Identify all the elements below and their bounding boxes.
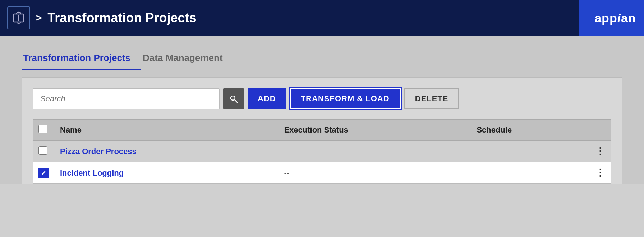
row2-name[interactable]: Incident Logging: [54, 162, 278, 184]
header-left: > Transformation Projects: [7, 6, 597, 29]
row2-actions-button[interactable]: ⋮: [595, 167, 606, 178]
search-button[interactable]: [223, 88, 244, 109]
page-title: Transformation Projects: [47, 10, 196, 25]
breadcrumb-chevron: >: [36, 12, 42, 24]
row1-schedule: [471, 141, 590, 162]
appian-logo-box: appian: [579, 0, 644, 36]
toolbar: ADD TRANSFORM & LOAD DELETE: [33, 88, 611, 109]
add-button[interactable]: ADD: [248, 88, 286, 109]
row1-actions-cell: ⋮: [590, 141, 611, 162]
search-input[interactable]: [33, 88, 220, 109]
row1-actions-button[interactable]: ⋮: [595, 146, 606, 157]
col-schedule: Schedule: [471, 120, 590, 141]
row2-checkbox-cell: [33, 162, 54, 184]
table-header-row: Name Execution Status Schedule: [33, 120, 611, 141]
search-wrapper: [33, 88, 220, 109]
row2-actions-cell: ⋮: [590, 162, 611, 184]
row1-status: --: [278, 141, 471, 162]
table-row: Incident Logging -- ⋮: [33, 162, 611, 184]
tabs: Transformation Projects Data Management: [22, 49, 622, 70]
table-row: Pizza Order Process -- ⋮: [33, 141, 611, 162]
header: > Transformation Projects: [0, 0, 644, 36]
content-area: Transformation Projects Data Management …: [0, 36, 644, 184]
row2-checkbox[interactable]: [38, 168, 49, 178]
tab-data-management[interactable]: Data Management: [141, 49, 234, 70]
tab-transformation-projects[interactable]: Transformation Projects: [22, 49, 141, 70]
row1-checkbox[interactable]: [38, 146, 47, 155]
row2-schedule: [471, 162, 590, 184]
row1-checkbox-cell: [33, 141, 54, 162]
row2-status: --: [278, 162, 471, 184]
projects-table: Name Execution Status Schedule Pizza Ord…: [33, 119, 611, 184]
row1-name[interactable]: Pizza Order Process: [54, 141, 278, 162]
app-icon-box: [7, 6, 30, 29]
search-icon: [229, 94, 238, 103]
main-panel: ADD TRANSFORM & LOAD DELETE Name Executi…: [22, 77, 622, 184]
appian-logo: appian: [594, 11, 636, 25]
col-name: Name: [54, 120, 278, 141]
col-execution-status: Execution Status: [278, 120, 471, 141]
col-actions: [590, 120, 611, 141]
select-all-checkbox[interactable]: [38, 125, 47, 133]
svg-line-14: [235, 100, 237, 102]
col-checkbox: [33, 120, 54, 141]
transform-load-button[interactable]: TRANSFORM & LOAD: [290, 88, 401, 109]
app-icon: [12, 11, 26, 25]
delete-button[interactable]: DELETE: [404, 88, 459, 109]
